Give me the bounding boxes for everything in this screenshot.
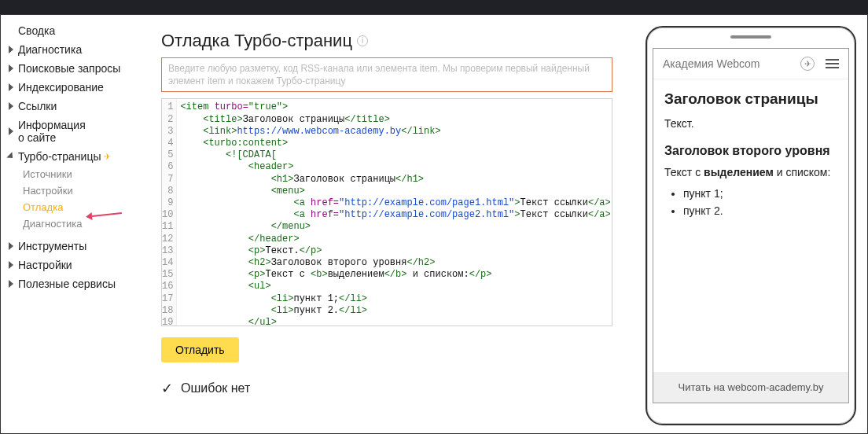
sidebar-links[interactable]: Ссылки: [9, 97, 152, 116]
check-icon: ✓: [161, 380, 173, 397]
sidebar-diagnostics[interactable]: Диагностика: [9, 40, 152, 59]
caret-icon: [9, 83, 13, 91]
preview-site-name: Академия Webcom: [663, 57, 760, 70]
sidebar-search-queries[interactable]: Поисковые запросы: [9, 59, 152, 78]
sidebar-useful-services[interactable]: Полезные сервисы: [9, 274, 152, 293]
sidebar-turbo-settings[interactable]: Настройки: [9, 182, 152, 199]
caret-icon: [9, 46, 13, 53]
preview-h1: Заголовок страницы: [664, 90, 837, 108]
phone-preview: Академия Webcom ✈ Заголовок страницы Тек…: [645, 26, 856, 425]
caret-icon: [9, 127, 13, 135]
menu-icon[interactable]: [826, 57, 839, 71]
sidebar-turbo-debug[interactable]: Отладка: [9, 199, 152, 215]
preview-header: Академия Webcom ✈: [653, 49, 848, 79]
code-area[interactable]: <item turbo="true"> <title>Заголовок стр…: [177, 99, 612, 326]
top-bar: [0, 0, 868, 14]
info-icon[interactable]: i: [357, 35, 368, 46]
caret-icon: [9, 242, 13, 250]
caret-icon: [9, 280, 13, 288]
caret-icon: [9, 64, 13, 72]
sidebar-summary[interactable]: Сводка: [9, 21, 152, 40]
list-item: пункт 2.: [683, 202, 837, 219]
sidebar-indexing[interactable]: Индексирование: [9, 78, 152, 97]
sidebar-turbo-sources[interactable]: Источники: [9, 166, 152, 182]
code-editor[interactable]: 1 2 3 4 5 6 7 8 9 10 11 12 13 14 15 16 1…: [161, 98, 612, 326]
debug-button[interactable]: Отладить: [161, 337, 239, 362]
preview-body: Заголовок страницы Текст. Заголовок втор…: [653, 79, 848, 372]
line-gutter: 1 2 3 4 5 6 7 8 9 10 11 12 13 14 15 16 1…: [162, 99, 177, 326]
preview-footer-link[interactable]: Читать на webcom-academy.by: [653, 372, 848, 403]
sidebar-turbo-pages[interactable]: Турбо-страницы✈: [9, 147, 152, 166]
instruction-box: Введите любую разметку, код RSS-канала и…: [161, 57, 612, 92]
preview-text: Текст.: [664, 117, 837, 130]
status-text: Ошибок нет: [181, 381, 250, 395]
preview-list: пункт 1; пункт 2.: [664, 185, 837, 219]
phone-screen: Академия Webcom ✈ Заголовок страницы Тек…: [653, 48, 849, 403]
sidebar-settings[interactable]: Настройки: [9, 256, 152, 274]
rocket-icon: ✈: [104, 152, 111, 162]
caret-icon: [9, 102, 13, 110]
list-item: пункт 1;: [683, 185, 837, 202]
preview-h2: Заголовок второго уровня: [664, 144, 837, 158]
caret-icon: [6, 152, 15, 160]
sidebar: Сводка Диагностика Поисковые запросы Инд…: [1, 15, 152, 433]
sidebar-turbo-diag[interactable]: Диагностика: [9, 215, 152, 232]
rocket-icon[interactable]: ✈: [800, 57, 815, 71]
sidebar-site-info[interactable]: Информация о сайте: [9, 116, 152, 147]
preview-paragraph: Текст с выделением и списком:: [664, 166, 837, 178]
caret-icon: [9, 261, 13, 269]
phone-speaker: [730, 35, 771, 39]
sidebar-tools[interactable]: Инструменты: [9, 237, 152, 256]
app-frame: Сводка Диагностика Поисковые запросы Инд…: [0, 14, 868, 434]
